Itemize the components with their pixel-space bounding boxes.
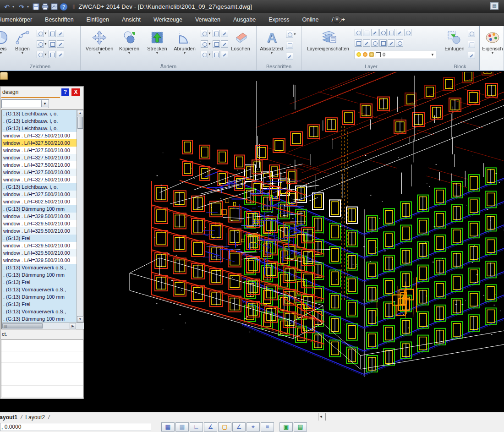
document-tab[interactable] [0,72,8,80]
help-icon[interactable]: ? [60,3,68,11]
list-item-group[interactable]: . (G:13) Vormauerwerk o.S., [2,286,77,293]
rectangle-icon[interactable] [37,51,44,58]
strecken-button[interactable]: Strecken ▼ [144,28,170,62]
menu-tab-volumenk-rper[interactable]: Volumenkörper [0,14,38,26]
list-item-group[interactable]: . (G:13) Dämmung 100 mm [2,293,77,301]
list-item-window[interactable]: window . L/H=327.500/210.00 [2,139,77,147]
horizontal-scroll-thumb[interactable] [2,323,43,328]
ortho-icon[interactable]: ∟ [190,422,203,432]
list-item-window[interactable]: window . L/H=327.500/210.00 [2,147,77,154]
tab-scroll-right-icon[interactable] [325,413,331,421]
menu-tab-express[interactable]: Express [262,14,296,26]
list-item-window[interactable]: window . L/H=602.500/210.00 [2,198,77,205]
attribute-tag-icon[interactable] [468,52,475,59]
list-item-window[interactable]: window . L/H=329.500/210.00 [2,249,77,257]
tab-layout2[interactable]: Layout2 [22,413,48,421]
list-item-group[interactable]: . (G:13) Frei [2,279,77,286]
layer-off-icon[interactable] [363,29,370,36]
list-item-window[interactable]: window . L/H=327.500/210.00 [2,161,77,169]
donut-icon[interactable] [57,51,64,58]
list-item-group[interactable]: . (G:13) Leichtbauw. i, o. [2,110,77,117]
menu-tab-werkzeuge[interactable]: Werkzeuge [147,14,189,26]
snap-icon[interactable]: ▦ [161,422,175,432]
align-icon-caret[interactable]: ▼ [208,40,212,45]
kopieren-button[interactable]: Kopieren ▼ [115,28,143,62]
paper-space-icon[interactable]: ▤ [294,422,307,432]
scale-icon-caret[interactable]: ▼ [208,51,212,56]
align-icon[interactable] [201,40,208,48]
list-item-group[interactable]: . (G:13) Frei [2,301,77,308]
explode-icon[interactable] [213,51,220,58]
ellipse-icon-caret[interactable]: ▼ [44,30,48,35]
spline-icon[interactable] [49,40,56,48]
scroll-up-icon[interactable]: ▲ [77,110,83,116]
region-icon[interactable] [49,51,56,58]
menu-tab-ansicht[interactable]: Ansicht [115,14,147,26]
vertical-scrollbar[interactable]: ▲ ▼ [77,110,83,323]
tab-layout1[interactable]: Layout1 [0,413,20,421]
menu-tab-ausgabe[interactable]: Ausgabe [227,14,262,26]
palette-close-button[interactable]: X [71,88,80,96]
list-item-window[interactable]: window . L/H=329.500/210.00 [2,213,77,220]
palette-filter-select[interactable]: ▼ [1,99,49,108]
array-icon[interactable] [213,40,220,48]
list-item-group[interactable]: . (G:13) Leichtbauw. i, o. [2,117,77,125]
layer-delete-icon[interactable] [379,39,387,47]
layer-prev-icon[interactable] [363,39,370,47]
scale-icon[interactable] [201,51,208,58]
palette-help-button[interactable]: ? [61,88,69,96]
list-item-window[interactable]: window . L/H=329.500/210.00 [2,242,77,249]
table-icon[interactable] [286,53,293,60]
loeschen-button[interactable]: Löschen [227,28,254,62]
verschieben-button[interactable]: Verschieben ▼ [84,28,115,62]
list-item-group[interactable]: . (G:13) Frei [2,235,77,242]
polyline-icon[interactable] [37,40,44,48]
undo-caret-icon[interactable]: ▾ [12,5,16,9]
tab-scroll-left-icon[interactable]: ◄ [318,413,323,421]
list-item-group[interactable]: . (G:13) Dämmung 100 mm [2,205,77,213]
otrack-icon[interactable]: ∠ [232,422,246,432]
dimension-icon[interactable] [286,31,293,38]
trim-icon[interactable] [201,30,208,37]
layer-merge-icon[interactable] [371,39,378,47]
osnap-icon[interactable]: ▢ [218,422,231,432]
dimension-icon-caret[interactable]: ▼ [293,31,297,36]
window-menu-icon[interactable]: ▤ [490,2,499,10]
menu-tab-verwalten[interactable]: Verwalten [189,14,227,26]
scroll-down-icon[interactable]: ▼ [77,316,83,323]
plot-preview-icon[interactable] [50,3,58,11]
point-icon[interactable] [49,30,56,37]
block-edit-icon[interactable] [468,41,475,48]
list-item-window[interactable]: window . L/H=329.500/210.00 [2,227,77,235]
revcloud-icon[interactable] [57,40,64,48]
menu-tab-beschriften[interactable]: Beschriften [38,14,80,26]
layer-select[interactable]: 0 ▼ [355,50,436,59]
layer-thaw-icon[interactable] [379,29,387,36]
menu-tab-online[interactable]: Online [296,14,325,26]
layer-on-icon[interactable] [355,29,362,36]
ellipse-icon[interactable] [37,30,44,37]
layer-isolate-icon[interactable] [396,39,403,47]
undo-icon[interactable]: ↶ [3,2,11,12]
einfuegen-button[interactable]: Einfügen [442,28,467,62]
list-item-group[interactable]: . (G:13) Dämmung 100 mm [2,271,77,279]
list-item-window[interactable]: window . L/H=327.500/210.00 [2,176,77,183]
horizontal-scrollbar[interactable]: ▶ [2,323,84,329]
list-item-window[interactable]: window . L/H=329.500/210.00 [2,220,77,227]
layer-walk-icon[interactable] [388,39,395,47]
bogen-button[interactable]: Bogen ▼ [12,28,33,62]
leader-icon[interactable] [286,42,293,49]
absatztext-button[interactable]: A Absatztext ▼ [258,28,285,62]
save-icon[interactable] [32,3,40,11]
print-icon[interactable] [41,3,49,11]
trim-icon-caret[interactable]: ▼ [208,30,212,35]
list-item-window[interactable]: window . L/H=329.500/210.00 [2,257,77,264]
grid-icon[interactable]: ▦ [175,422,189,432]
hatch-icon[interactable] [57,30,64,37]
ribbon-minimize-caret-icon[interactable]: ▼ [333,16,341,23]
list-item-window[interactable]: window . L/H=327.500/210.00 [2,191,77,198]
list-item-window[interactable]: window . L/H=327.500/210.00 [2,154,77,161]
offset-icon[interactable] [213,30,220,37]
redo-icon[interactable]: ↷ [17,2,26,12]
scroll-right-icon[interactable]: ▶ [70,323,76,329]
